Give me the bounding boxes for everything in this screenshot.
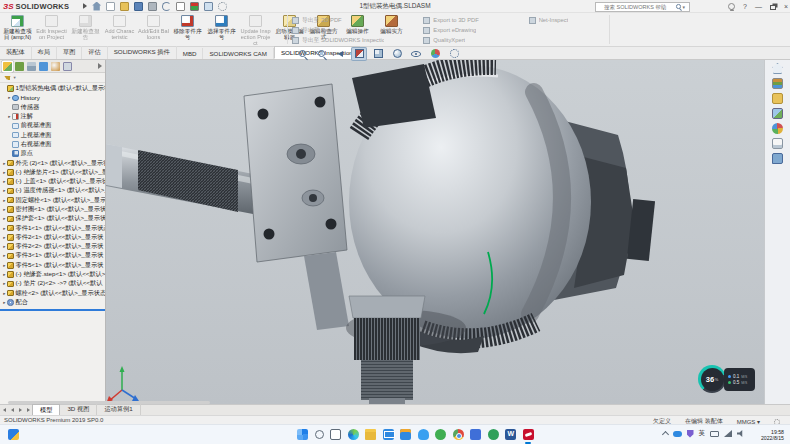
ribbon-button[interactable]: Add Characteristic (104, 14, 135, 46)
tree-item[interactable]: ▸ 保护套<1> (默认<<默认>_显示状 (0, 214, 105, 223)
export-button[interactable]: 导出至 2D PDF (292, 15, 410, 25)
design-library-icon[interactable] (772, 78, 783, 89)
expand-arrow-icon[interactable] (83, 3, 87, 9)
tree-item[interactable]: 1型铠装热电偶 (默认<默认_显示状态-1 (0, 84, 105, 93)
open-file-icon[interactable] (120, 2, 129, 11)
custom-properties-icon[interactable] (772, 138, 783, 149)
filter-caret-icon[interactable]: ▾ (14, 75, 16, 80)
new-file-icon[interactable] (106, 2, 115, 11)
help-button[interactable]: ? (743, 0, 747, 13)
tree-item[interactable]: ▸ 注解 (0, 112, 105, 121)
word-icon[interactable] (505, 429, 516, 440)
zoom-fit-icon[interactable] (294, 47, 310, 61)
search-input[interactable] (604, 4, 676, 10)
horizontal-scrollbar[interactable] (8, 401, 210, 404)
search-icon[interactable] (676, 4, 681, 9)
tree-item[interactable]: ▸ (-) 上盖<1> (默认<<默认>_显示状 (0, 177, 105, 186)
tray-chevron-icon[interactable] (661, 431, 668, 438)
tab-scroll-first-icon[interactable] (0, 406, 8, 415)
featuremanager-tree-tab[interactable] (3, 62, 12, 71)
ime-keyboard-icon[interactable] (710, 431, 719, 437)
ribbon-button[interactable]: 选择零件序号 (206, 14, 237, 46)
tab-scroll-prev-icon[interactable] (8, 406, 16, 415)
tab-scroll-next-icon[interactable] (16, 406, 24, 415)
search-caret-icon[interactable]: ▾ (683, 4, 686, 10)
edit-appearance-icon[interactable] (427, 47, 443, 61)
view-orientation-icon[interactable] (370, 47, 386, 61)
ribbon-button[interactable]: 新建检查项目 (amp;N) (2, 14, 33, 46)
ribbon-button[interactable]: 移除零件序号 (172, 14, 203, 46)
zoom-area-icon[interactable] (313, 47, 329, 61)
start-button[interactable] (297, 429, 308, 440)
display-grid-icon[interactable] (204, 2, 213, 11)
inspection-manager-tab[interactable] (63, 62, 72, 71)
appearances-scenes-icon[interactable] (772, 123, 783, 134)
tree-item[interactable]: ▸ 外壳 (2)<1> (默认<<默认>_显示状 (0, 158, 105, 167)
tree-item[interactable]: ▸ 零件2<2> (默认<<默认>_显示状 (0, 242, 105, 251)
edge-icon[interactable] (348, 429, 359, 440)
home-icon[interactable] (92, 2, 101, 11)
tree-item[interactable]: ▸ 螺栓<2> (默认<<默认>_显示状态 (0, 289, 105, 298)
export-button[interactable]: Export to 3D PDF (423, 15, 515, 25)
tree-item[interactable]: ▸ History (0, 93, 105, 102)
graphics-viewport[interactable]: 36% 0.1 M/S 0.5 M/S (106, 60, 764, 404)
network-icon[interactable] (724, 430, 732, 437)
tree-item[interactable]: ▸ 密封圈<1> (默认<<默认>_显示状 (0, 205, 105, 214)
displaymanager-tab[interactable] (51, 62, 60, 71)
hide-show-items-icon[interactable] (408, 47, 424, 61)
view-settings-icon[interactable] (446, 47, 462, 61)
cloud-drive-icon[interactable] (418, 429, 429, 440)
interference-check-icon[interactable] (190, 2, 199, 11)
export-button[interactable]: 导出至 SOLIDWORKS Inspection 项目 (292, 35, 384, 45)
propertymanager-tab[interactable] (15, 62, 24, 71)
tree-item[interactable]: ▸ 固定螺栓<1> (默认<<默认>_显示 (0, 196, 105, 205)
tree-item[interactable]: 上视基准面 (0, 130, 105, 139)
export-button[interactable]: Export eDrawing (423, 25, 495, 35)
tree-item[interactable]: ▸ (-) 绝缘套.step<1> (默认<<默认> (0, 270, 105, 279)
ribbon-button[interactable]: Add/Edit Balloons (138, 14, 169, 46)
tree-item[interactable]: ▸ 零件3<1> (默认<<默认>_显示状 (0, 251, 105, 260)
undo-icon[interactable] (162, 2, 171, 11)
help-search-box[interactable]: ▾ (595, 2, 690, 12)
save-icon[interactable] (134, 2, 143, 11)
volume-icon[interactable] (737, 430, 744, 437)
ribbon-button[interactable]: Update Inspection Project (240, 14, 271, 46)
command-tab[interactable]: SOLIDWORKS 插件 (108, 46, 177, 59)
tree-item[interactable]: ▸ 配合 (0, 298, 105, 307)
input-language-indicator[interactable]: 英 (699, 429, 706, 438)
tree-item[interactable]: 右视基准面 (0, 140, 105, 149)
command-tab[interactable]: SOLIDWORKS CAM (203, 48, 273, 59)
store-icon[interactable] (400, 429, 411, 440)
close-button[interactable]: × (784, 0, 788, 13)
ribbon-button[interactable]: Edit Inspection Project (36, 14, 67, 46)
mail-icon[interactable] (383, 429, 394, 440)
blue-app-icon[interactable] (470, 429, 481, 440)
tree-item[interactable]: ▸ 零件5<1> (默认<<默认>_显示状 (0, 261, 105, 270)
file-explorer-icon[interactable] (772, 93, 783, 104)
file-explorer-icon[interactable] (365, 429, 376, 440)
minimize-button[interactable]: — (755, 0, 762, 13)
tree-item[interactable]: 传感器 (0, 103, 105, 112)
solidworks-resources-icon[interactable] (772, 63, 783, 74)
tab-scroll-last-icon[interactable] (24, 406, 32, 415)
previous-view-icon[interactable] (332, 47, 348, 61)
command-tab[interactable]: 布局 (32, 46, 57, 59)
panel-splitter[interactable] (0, 309, 105, 311)
task-view-icon[interactable] (330, 429, 341, 440)
green-browser-icon[interactable] (435, 429, 446, 440)
select-arrow-icon[interactable] (176, 2, 185, 11)
tree-item[interactable]: 原点 (0, 149, 105, 158)
chrome-icon[interactable] (453, 429, 464, 440)
panel-collapse-chevron-icon[interactable] (98, 63, 102, 69)
command-tab[interactable]: 装配体 (0, 46, 32, 59)
tree-item[interactable]: ▸ (-) 垫片 (2)<2> ->? (默认<<默认 (0, 279, 105, 288)
tree-item[interactable]: ▸ 零件1<1> (默认<<默认>_显示状态 (0, 223, 105, 232)
export-button[interactable]: QualityXpert (423, 35, 495, 45)
solidworks-app-icon[interactable] (523, 429, 534, 440)
assembly-3d-model[interactable] (106, 60, 764, 404)
section-view-icon[interactable] (351, 47, 367, 61)
restore-button[interactable] (770, 5, 776, 10)
command-tab[interactable]: MBD (177, 48, 204, 59)
solidworks-forum-icon[interactable] (772, 153, 783, 164)
print-icon[interactable] (148, 2, 157, 11)
